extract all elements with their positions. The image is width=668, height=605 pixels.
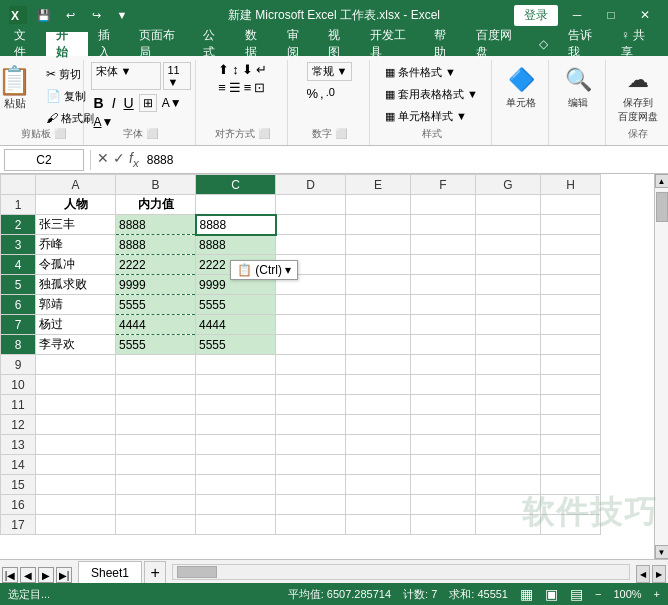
view-layout-icon[interactable]: ▣ <box>545 586 558 602</box>
cell-3-A[interactable]: 乔峰 <box>36 235 116 255</box>
col-header-B[interactable]: B <box>116 175 196 195</box>
cell-8-H[interactable] <box>541 335 601 355</box>
cell-16-F[interactable] <box>411 495 476 515</box>
sheet-nav-last[interactable]: ▶| <box>56 567 72 583</box>
cell-8-E[interactable] <box>346 335 411 355</box>
font-color-button[interactable]: A▼ <box>91 114 117 130</box>
cell-9-H[interactable] <box>541 355 601 375</box>
scroll-up-button[interactable]: ▲ <box>655 174 669 188</box>
row-header-14[interactable]: 14 <box>1 455 36 475</box>
row-header-4[interactable]: 4 <box>1 255 36 275</box>
horizontal-scrollbar[interactable] <box>172 564 630 580</box>
cell-13-C[interactable] <box>196 435 276 455</box>
cell-12-A[interactable] <box>36 415 116 435</box>
cell-6-B[interactable]: 5555 <box>116 295 196 315</box>
tab-developer[interactable]: 开发工具 <box>360 32 424 56</box>
cell-12-F[interactable] <box>411 415 476 435</box>
merge-button[interactable]: ⊡ <box>254 80 265 95</box>
underline-button[interactable]: U <box>121 94 137 112</box>
cell-11-H[interactable] <box>541 395 601 415</box>
cell-7-H[interactable] <box>541 315 601 335</box>
col-header-A[interactable]: A <box>36 175 116 195</box>
row-header-12[interactable]: 12 <box>1 415 36 435</box>
row-header-6[interactable]: 6 <box>1 295 36 315</box>
cell-8-G[interactable] <box>476 335 541 355</box>
cell-2-E[interactable] <box>346 215 411 235</box>
cell-17-D[interactable] <box>276 515 346 535</box>
align-left-button[interactable]: ≡ <box>218 80 226 95</box>
cell-17-C[interactable] <box>196 515 276 535</box>
cell-6-C[interactable]: 5555 <box>196 295 276 315</box>
cell-16-C[interactable] <box>196 495 276 515</box>
cell-2-A[interactable]: 张三丰 <box>36 215 116 235</box>
cell-14-E[interactable] <box>346 455 411 475</box>
format-as-table-button[interactable]: ▦套用表格格式 ▼ <box>381 84 482 104</box>
cancel-formula-icon[interactable]: ✕ <box>97 150 109 169</box>
cell-11-B[interactable] <box>116 395 196 415</box>
align-middle-button[interactable]: ↕ <box>232 62 239 77</box>
cell-10-B[interactable] <box>116 375 196 395</box>
view-normal-icon[interactable]: ▦ <box>520 586 533 602</box>
row-header-5[interactable]: 5 <box>1 275 36 295</box>
cell-13-F[interactable] <box>411 435 476 455</box>
formula-input[interactable] <box>143 149 664 171</box>
cell-16-A[interactable] <box>36 495 116 515</box>
insert-function-icon[interactable]: fx <box>129 150 139 169</box>
cell-4-H[interactable] <box>541 255 601 275</box>
row-header-16[interactable]: 16 <box>1 495 36 515</box>
sheet-nav-next[interactable]: ▶ <box>38 567 54 583</box>
cell-17-B[interactable] <box>116 515 196 535</box>
vertical-scrollbar[interactable]: ▲ ▼ <box>654 174 668 559</box>
save-icon[interactable]: 💾 <box>34 5 54 25</box>
cell-5-H[interactable] <box>541 275 601 295</box>
wrap-text-button[interactable]: ↵ <box>256 62 267 77</box>
sheet-nav-prev[interactable]: ◀ <box>20 567 36 583</box>
cell-9-C[interactable] <box>196 355 276 375</box>
cell-7-G[interactable] <box>476 315 541 335</box>
cell-16-H[interactable] <box>541 495 601 515</box>
cell-16-E[interactable] <box>346 495 411 515</box>
view-page-icon[interactable]: ▤ <box>570 586 583 602</box>
cell-8-A[interactable]: 李寻欢 <box>36 335 116 355</box>
corner-cell[interactable] <box>1 175 36 195</box>
cell-3-H[interactable] <box>541 235 601 255</box>
name-box[interactable]: C2 <box>4 149 84 171</box>
tab-home[interactable]: 开始 <box>46 32 88 56</box>
cell-14-B[interactable] <box>116 455 196 475</box>
tab-data[interactable]: 数据 <box>235 32 277 56</box>
cell-15-D[interactable] <box>276 475 346 495</box>
row-header-1[interactable]: 1 <box>1 195 36 215</box>
row-header-2[interactable]: 2 <box>1 215 36 235</box>
border-button[interactable]: ⊞ <box>139 94 157 112</box>
cell-12-E[interactable] <box>346 415 411 435</box>
cell-13-E[interactable] <box>346 435 411 455</box>
bold-button[interactable]: B <box>91 94 107 112</box>
col-header-F[interactable]: F <box>411 175 476 195</box>
scroll-down-button[interactable]: ▼ <box>655 545 669 559</box>
cell-13-B[interactable] <box>116 435 196 455</box>
col-header-H[interactable]: H <box>541 175 601 195</box>
cell-9-G[interactable] <box>476 355 541 375</box>
redo-icon[interactable]: ↪ <box>86 5 106 25</box>
cell-2-D[interactable] <box>276 215 346 235</box>
save-to-cloud-button[interactable]: ☁ 保存到 百度网盘 <box>614 62 662 126</box>
cell-2-C[interactable]: 8888 <box>196 215 276 235</box>
cell-7-C[interactable]: 4444 <box>196 315 276 335</box>
cell-13-G[interactable] <box>476 435 541 455</box>
cells-button[interactable]: 🔷 单元格 <box>501 62 541 112</box>
scroll-thumb[interactable] <box>656 192 668 222</box>
cell-6-E[interactable] <box>346 295 411 315</box>
cell-15-H[interactable] <box>541 475 601 495</box>
dropdown-icon[interactable]: ▼ <box>112 5 132 25</box>
cell-10-D[interactable] <box>276 375 346 395</box>
cell-13-D[interactable] <box>276 435 346 455</box>
cell-14-H[interactable] <box>541 455 601 475</box>
tab-formulas[interactable]: 公式 <box>193 32 235 56</box>
cell-6-H[interactable] <box>541 295 601 315</box>
maximize-button[interactable]: □ <box>596 5 626 25</box>
cell-2-G[interactable] <box>476 215 541 235</box>
cell-15-G[interactable] <box>476 475 541 495</box>
percent-button[interactable]: % <box>307 86 319 101</box>
cell-7-A[interactable]: 杨过 <box>36 315 116 335</box>
zoom-out-icon[interactable]: − <box>595 588 601 600</box>
